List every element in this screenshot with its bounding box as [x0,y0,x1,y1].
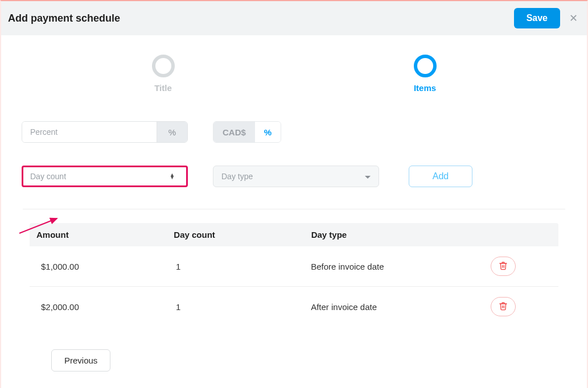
step-title[interactable]: Title [152,55,175,93]
day-count-placeholder: Day count [30,172,66,181]
table-row: $1,000.00 1 Before invoice date [30,246,558,287]
cell-day-type: Before invoice date [311,262,491,271]
header-actions: Save ✕ [514,8,579,28]
modal-title: Add payment schedule [8,13,120,24]
amount-type-toggle: CAD$ % [213,121,281,143]
cell-amount: $1,000.00 [41,262,176,271]
divider [23,209,565,209]
step-items-label: Items [414,83,436,93]
day-type-select[interactable]: Day type [213,166,379,187]
th-amount: Amount [36,230,174,240]
controls-row-2: Day count ▲▼ Day type Add [17,166,571,187]
cell-amount: $2,000.00 [41,302,176,312]
th-actions [494,230,552,240]
modal-body: Title Items % CAD$ % Day count ▲▼ [1,35,587,388]
chevron-down-icon [365,172,371,181]
add-button[interactable]: Add [409,166,472,187]
close-button[interactable]: ✕ [568,12,579,24]
save-button[interactable]: Save [514,8,560,28]
previous-button[interactable]: Previous [51,349,110,372]
step-circle-icon [414,55,437,77]
modal-footer: Previous [17,327,571,372]
step-circle-icon [152,55,175,77]
step-items[interactable]: Items [414,55,437,93]
payment-schedule-modal: Add payment schedule Save ✕ Title Items … [0,0,588,388]
step-title-label: Title [154,83,172,93]
close-icon: ✕ [569,13,578,24]
th-day-count: Day count [174,230,311,240]
delete-row-button[interactable] [491,297,516,316]
modal-header: Add payment schedule Save ✕ [1,1,587,35]
day-type-placeholder: Day type [221,172,253,181]
percent-input[interactable] [22,122,157,142]
delete-row-button[interactable] [491,257,516,276]
toggle-currency-button[interactable]: CAD$ [213,122,255,142]
table-header: Amount Day count Day type [30,223,558,246]
cell-day-count: 1 [176,302,311,312]
controls-row-1: % CAD$ % [17,121,571,143]
cell-day-count: 1 [176,262,311,271]
table-row: $2,000.00 1 After invoice date [30,287,558,327]
toggle-percent-button[interactable]: % [255,122,281,142]
day-count-stepper[interactable]: Day count ▲▼ [22,166,188,187]
stepper-arrows-icon: ▲▼ [170,174,175,179]
th-day-type: Day type [311,230,495,240]
trash-icon [499,302,508,312]
percent-input-group: % [22,121,188,143]
cell-day-type: After invoice date [311,302,491,312]
trash-icon [499,261,508,272]
schedule-table: Amount Day count Day type $1,000.00 1 Be… [30,223,558,327]
percent-addon: % [157,122,187,142]
stepper: Title Items [17,55,571,93]
